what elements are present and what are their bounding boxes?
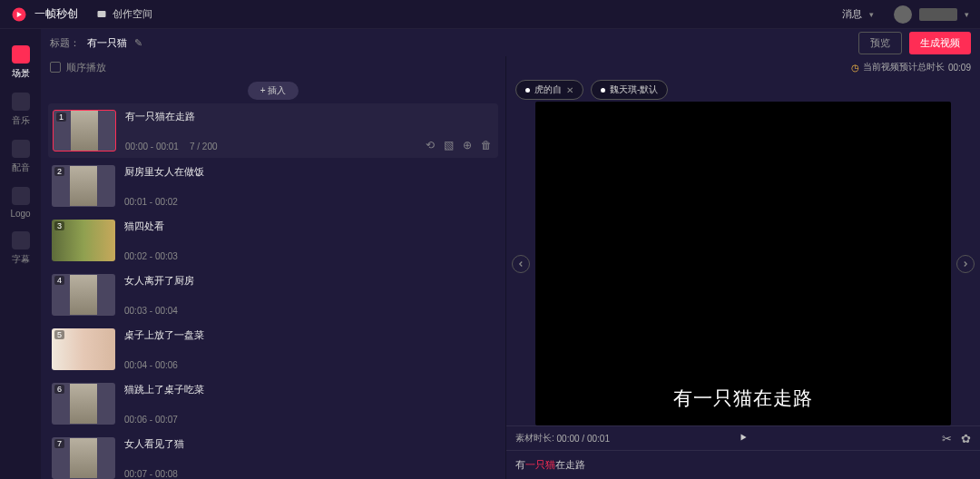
order-play-checkbox[interactable] [50, 62, 61, 73]
tag-row: 虎的自✕魏天琪-默认 [506, 78, 980, 102]
scene-number: 2 [54, 167, 64, 176]
scene-item[interactable]: 4女人离开了厨房00:03 - 00:04 [48, 269, 498, 321]
scene-title: 有一只猫在走路 [125, 110, 494, 122]
info-icon: ◷ [851, 63, 859, 73]
image-icon[interactable]: ▧ [444, 139, 454, 152]
nav-item-logo[interactable]: Logo [10, 187, 30, 219]
timecode-label: 素材时长: [515, 432, 554, 445]
audio-tag[interactable]: 虎的自✕ [515, 80, 583, 100]
order-play-label: 顺序播放 [66, 61, 106, 74]
nav-icon [12, 231, 30, 249]
scene-time: 00:06 - 00:07 [124, 415, 178, 425]
scene-time: 00:03 - 00:04 [124, 306, 178, 316]
nav-icon [12, 187, 30, 205]
scene-thumbnail[interactable]: 7 [52, 437, 115, 479]
svg-rect-1 [98, 11, 106, 17]
cut-icon[interactable]: ✂ [942, 432, 952, 445]
scene-number: 1 [56, 112, 66, 122]
script-highlight: 一只猫 [525, 459, 555, 470]
duration-label: 当前视频预计总时长 [863, 61, 945, 73]
tag-label: 虎的自 [534, 83, 562, 96]
timecode-value: 00:00 / 00:01 [557, 434, 610, 444]
preview-column: ◷ 当前视频预计总时长 00:09 虎的自✕魏天琪-默认 有一只猫在走路 [506, 56, 980, 479]
chevron-down-icon[interactable]: ▾ [965, 10, 969, 19]
nav-label: Logo [10, 209, 30, 219]
username-placeholder [919, 8, 957, 21]
top-bar: 一帧秒创 创作空间 消息 ▾ ▾ [0, 0, 980, 29]
title-label: 标题： [50, 36, 80, 50]
video-caption: 有一只猫在走路 [535, 386, 951, 411]
app-logo [11, 6, 27, 23]
scene-thumbnail[interactable]: 6 [52, 383, 115, 425]
next-scene-button[interactable] [956, 255, 975, 273]
scene-thumbnail[interactable]: 2 [52, 165, 115, 207]
brand-name: 一帧秒创 [34, 6, 78, 22]
nav-item-配音[interactable]: 配音 [12, 140, 30, 174]
scene-item[interactable]: 3猫四处看00:02 - 00:03 [48, 214, 498, 267]
nav-icon [12, 45, 30, 64]
scene-time: 00:01 - 00:02 [124, 197, 178, 207]
script-pre: 有 [515, 459, 525, 470]
scene-thumbnail[interactable]: 1 [53, 110, 116, 152]
generate-button[interactable]: 生成视频 [909, 32, 971, 54]
scene-count: 7 / 200 [190, 142, 218, 152]
script-text[interactable]: 有一只猫在走路 [506, 451, 980, 479]
insert-button[interactable]: + 插入 [248, 82, 299, 100]
tag-label: 魏天琪-默认 [610, 83, 658, 96]
nav-icon [12, 140, 30, 158]
duration-value: 00:09 [948, 63, 971, 73]
workspace-tab[interactable]: 创作空间 [96, 7, 152, 21]
settings-icon[interactable]: ✿ [961, 432, 971, 445]
scene-number: 6 [54, 385, 64, 394]
scene-title: 女人看见了猫 [124, 437, 495, 450]
nav-icon [12, 93, 30, 111]
scene-item[interactable]: 1有一只猫在走路00:00 - 00:017 / 200⟲▧⊕🗑 [48, 103, 498, 158]
scene-title: 猫跳上了桌子吃菜 [124, 383, 495, 396]
scene-thumbnail[interactable]: 4 [52, 274, 115, 316]
scene-item[interactable]: 7女人看见了猫00:07 - 00:08 [48, 432, 498, 479]
video-preview[interactable]: 有一只猫在走路 [535, 102, 951, 425]
scene-thumbnail[interactable]: 3 [52, 220, 115, 261]
scene-time: 00:00 - 00:01 [125, 142, 179, 152]
scene-number: 3 [54, 221, 64, 230]
scene-time: 00:07 - 00:08 [124, 469, 178, 479]
scene-item[interactable]: 5桌子上放了一盘菜00:04 - 00:06 [48, 323, 498, 376]
scene-time: 00:04 - 00:06 [124, 360, 178, 370]
add-icon[interactable]: ⊕ [463, 139, 472, 152]
nav-label: 音乐 [12, 114, 30, 127]
scene-item[interactable]: 6猫跳上了桌子吃菜00:06 - 00:07 [48, 377, 498, 430]
title-row: 标题： 有一只猫 ✎ 预览 生成视频 [41, 29, 980, 56]
tag-dot-icon [601, 88, 605, 93]
delete-icon[interactable]: 🗑 [481, 139, 492, 152]
close-icon[interactable]: ✕ [566, 85, 573, 95]
workspace-label: 创作空间 [113, 7, 152, 21]
scene-time: 00:02 - 00:03 [124, 251, 178, 261]
user-avatar[interactable] [894, 5, 912, 24]
scene-number: 5 [54, 330, 64, 339]
nav-item-字幕[interactable]: 字幕 [12, 231, 30, 266]
prev-scene-button[interactable] [512, 255, 530, 273]
left-nav: 场景音乐配音Logo字幕 [0, 29, 41, 479]
nav-label: 场景 [12, 67, 30, 80]
scene-number: 7 [54, 439, 64, 448]
nav-item-音乐[interactable]: 音乐 [12, 93, 30, 127]
nav-label: 字幕 [12, 253, 30, 266]
messages-link[interactable]: 消息 [842, 7, 862, 21]
tag-dot-icon [525, 88, 530, 93]
preview-button[interactable]: 预览 [858, 32, 902, 54]
scene-title: 女人离开了厨房 [124, 274, 495, 287]
scene-thumbnail[interactable]: 5 [52, 328, 115, 370]
scene-item[interactable]: 2厨房里女人在做饭00:01 - 00:02 [48, 160, 498, 212]
scene-list: 1有一只猫在走路00:00 - 00:017 / 200⟲▧⊕🗑2厨房里女人在做… [41, 103, 505, 479]
play-button[interactable] [738, 432, 749, 445]
chevron-down-icon: ▾ [869, 10, 874, 19]
scene-title: 厨房里女人在做饭 [124, 165, 495, 178]
scene-column: 顺序播放 + 插入 1有一只猫在走路00:00 - 00:017 / 200⟲▧… [41, 56, 506, 479]
nav-item-场景[interactable]: 场景 [12, 45, 30, 80]
audio-tag[interactable]: 魏天琪-默认 [591, 80, 668, 100]
refresh-icon[interactable]: ⟲ [426, 139, 435, 152]
player-controls: 素材时长: 00:00 / 00:01 ✂ ✿ [506, 425, 980, 451]
scene-number: 4 [54, 276, 64, 285]
edit-icon[interactable]: ✎ [134, 37, 142, 49]
scene-title: 桌子上放了一盘菜 [124, 328, 495, 341]
